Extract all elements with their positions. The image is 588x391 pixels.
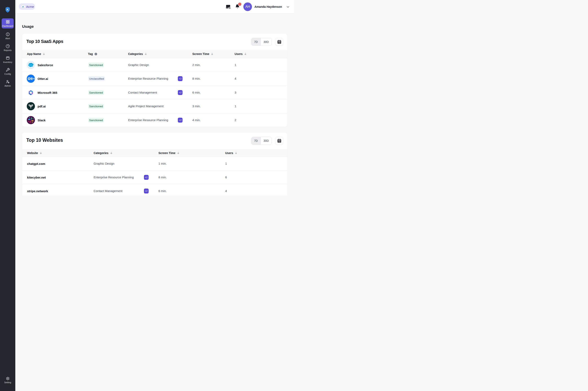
svg-text:salesforce: salesforce xyxy=(29,65,33,66)
svg-text:K: K xyxy=(6,8,8,11)
